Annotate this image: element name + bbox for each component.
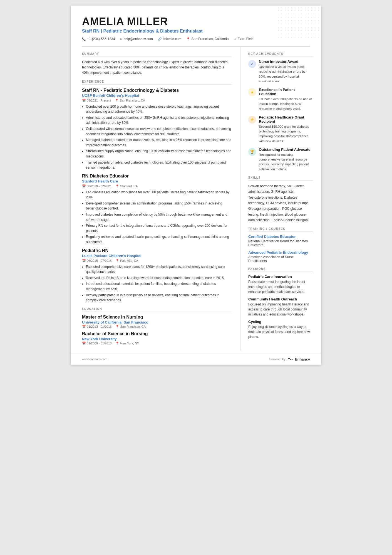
job-bullets-1: Conducted over 200 growth hormone and st… [82,104,232,170]
phone-value: +1-(234)-555-1234 [87,37,115,41]
pin-icon-1: 📍 [115,99,119,102]
achievement-text-4: Recognized for ensuring comprehensive ca… [259,152,313,172]
website-contact: 🔗 linkedin.com [158,37,182,41]
training-label: TRAINING / COURSES [248,227,313,232]
job-company-2: Stanford Health Care [82,179,232,183]
location-value: San Francisco, California [191,37,229,41]
bullet-1-1: Conducted over 200 growth hormone and st… [86,104,232,114]
achievement-title-1: Nurse Innovator Award [259,60,313,64]
job-bullets-3: Executed comprehensive care plans for 12… [82,264,232,303]
job-date-1: 📅 03/2021 - Present [82,99,111,102]
passions-label: PASSIONS [248,267,313,272]
calendar-icon-1: 📅 [82,99,86,102]
achievement-item-1: ✓ Nurse Innovator Award Developed a visu… [248,60,313,84]
passion-title-3: Cycling [248,320,313,324]
edu-location-2: 📍 New York, NY [115,342,139,345]
training-org-2: American Association of Nurse Practition… [248,255,313,263]
right-column: KEY ACHIEVEMENTS ✓ Nurse Innovator Award… [240,47,321,351]
achievement-icon-3: ⚡ [248,116,256,124]
edu-date-1: 📅 01/2013 - 01/2015 [82,325,111,329]
job-meta-1: 📅 03/2021 - Present 📍 San Francisco, CA [82,99,232,102]
edu-meta-1: 📅 01/2013 - 01/2015 📍 San Francisco, CA [82,325,232,329]
job-title-2: RN Diabetes Educator [82,174,232,179]
star-icon: ☆ [234,37,237,41]
job-location-3: 📍 Palo Alto, CA [115,259,138,263]
achievement-item-2: ★ Excellence in Patient Education Educat… [248,88,313,111]
bullet-1-6: Trained patients on advanced diabetes te… [86,160,232,170]
footer-brand: Powered by Enhancv [269,357,310,361]
job-bullets-2: Led diabetes education workshops for ove… [82,190,232,245]
email-icon: ✉ [120,37,122,41]
bullet-1-2: Administered and educated families on 25… [86,115,232,125]
bullet-1-5: Streamlined supply organization, ensurin… [86,149,232,159]
edu-location-1: 📍 San Francisco, CA [115,325,146,329]
edu-pin-icon-1: 📍 [115,325,119,328]
extra-contact: ☆ Extra Field [234,37,254,41]
edu-degree-2: Bachelor of Science in Nursing [82,331,232,336]
skills-text: Growth hormone therapy, Solu-Cortef admi… [248,183,313,223]
location-icon: 📍 [186,37,190,41]
candidate-name: AMELIA MILLER [82,16,310,28]
job-title-3: Pediatric RN [82,248,232,253]
passion-text-1: Passionate about integrating the latest … [248,279,313,294]
resume-page: AMELIA MILLER Staff RN | Pediatric Endoc… [71,6,321,365]
achievement-item-3: ⚡ Pediatric Healthcare Grant Recipient S… [248,115,313,144]
passion-item-2: Community Health Outreach Focused on imp… [248,297,313,317]
passion-title-2: Community Health Outreach [248,297,313,301]
passion-text-3: Enjoy long-distance cycling as a way to … [248,324,313,339]
bullet-3-1: Executed comprehensive care plans for 12… [86,264,232,275]
left-column: SUMMARY Dedicated RN with over 5 years i… [71,47,240,351]
achievement-title-2: Excellence in Patient Education [259,88,313,96]
bullet-3-4: Actively participated in interdisciplina… [86,293,232,303]
edu-pin-icon-2: 📍 [115,342,119,345]
bullet-2-1: Led diabetes education workshops for ove… [86,190,232,200]
passion-title-1: Pediatric Care Innovation [248,275,313,279]
job-meta-3: 📅 06/2015 - 07/2018 📍 Palo Alto, CA [82,259,232,263]
training-org-1: National Certification Board for Diabete… [248,239,313,247]
achievement-content-4: Outstanding Patient Advocate Recognized … [259,147,313,172]
footer: www.enhancv.com Powered by Enhancv [71,354,321,365]
email-contact: ✉ help@enhancv.com [120,37,153,41]
phone-contact: 📞 +1-(234)-555-1234 [82,37,115,41]
edu-degree-1: Master of Science in Nursing [82,315,232,320]
extra-value: Extra Field [238,37,254,41]
bullet-2-2: Developed comprehensive insulin administ… [86,201,232,211]
achievement-icon-2: ★ [248,88,256,96]
edu-cal-icon-1: 📅 [82,325,86,328]
experience-label: EXPERIENCE [82,80,232,85]
job-location-1: 📍 San Francisco, CA [115,99,145,102]
brand-name: Enhancv [295,357,310,361]
training-title-2: Advanced Pediatric Endocrinology [248,250,313,255]
website-value: linkedin.com [163,37,182,41]
job-company-3: Lucile Packard Children's Hospital [82,254,232,258]
calendar-icon-2: 📅 [82,184,86,188]
skills-label: SKILLS [248,176,313,181]
calendar-icon-3: 📅 [82,259,86,263]
edu-meta-2: 📅 01/2009 - 01/2013 📍 New York, NY [82,342,232,345]
phone-icon: 📞 [82,37,86,41]
candidate-title: Staff RN | Pediatric Endocrinology & Dia… [82,29,310,34]
job-title-1: Staff RN - Pediatric Endocrinology & Dia… [82,88,232,93]
pin-icon-2: 📍 [115,184,119,188]
achievement-content-1: Nurse Innovator Award Developed a visual… [259,60,313,84]
link-icon: 🔗 [158,37,162,41]
job-date-2: 📅 08/2018 - 02/2021 [82,184,111,188]
training-item-1: Certified Diabetes Educator National Cer… [248,235,313,247]
bullet-2-3: Improved diabetes form completion effici… [86,212,232,222]
job-meta-2: 📅 08/2018 - 02/2021 📍 Stanford, CA [82,184,232,188]
achievement-icon-1: ✓ [248,60,256,68]
summary-text: Dedicated RN with over 5 years in pediat… [82,60,232,76]
bullet-1-4: Managed diabetes-related prior authoriza… [86,137,232,148]
email-value: help@enhancv.com [123,37,153,41]
achievements-label: KEY ACHIEVEMENTS [248,52,313,57]
job-company-1: UCSF Benioff Children's Hospital [82,93,232,98]
edu-school-1: University of California, San Francisco [82,320,232,324]
training-title-1: Certified Diabetes Educator [248,235,313,239]
achievement-text-2: Educated over 300 patients on use of ins… [259,97,313,111]
enhancv-logo-icon [287,357,293,361]
job-location-2: 📍 Stanford, CA [115,184,138,188]
header-section: AMELIA MILLER Staff RN | Pediatric Endoc… [71,6,321,46]
job-date-3: 📅 06/2015 - 07/2018 [82,259,111,263]
bullet-3-2: Received the Rising Star in Nursing awar… [86,275,232,281]
achievement-title-3: Pediatric Healthcare Grant Recipient [259,115,313,124]
